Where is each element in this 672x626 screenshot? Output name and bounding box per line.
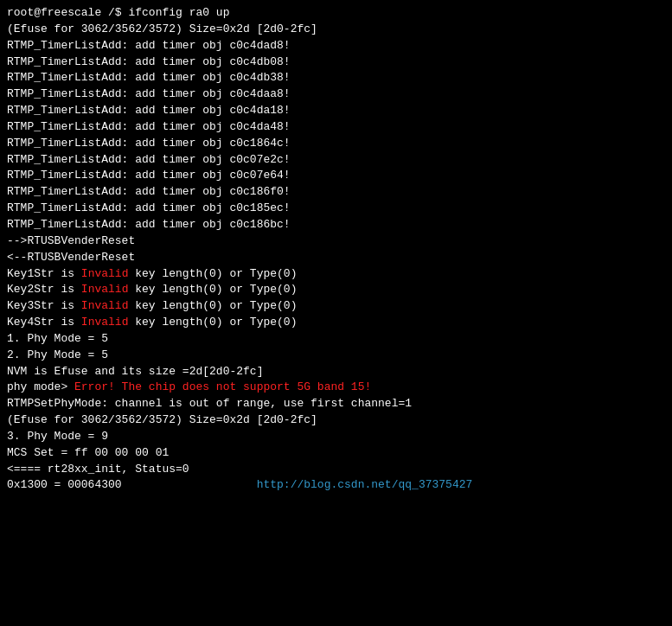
terminal-line: Key1Str is Invalid key length(0) or Type… (7, 266, 665, 283)
terminal-text: RTMP_TimerListAdd: add timer obj c0c07e6… (7, 169, 291, 182)
terminal-text: RTMP_TimerListAdd: add timer obj c0c4da4… (7, 120, 291, 133)
terminal-line: 2. Phy Mode = 5 (7, 348, 665, 364)
terminal-text: Key4Str is (7, 316, 81, 329)
terminal-line: (Efuse for 3062/3562/3572) Size=0x2d [2d… (7, 412, 665, 429)
terminal-line: MCS Set = ff 00 00 00 01 (7, 445, 665, 462)
terminal-text: Invalid (81, 299, 129, 312)
terminal-text: RTMPSetPhyMode: channel is out of range,… (7, 397, 412, 410)
terminal-text: RTMP_TimerListAdd: add timer obj c0c4daa… (7, 87, 291, 100)
terminal-line: (Efuse for 3062/3562/3572) Size=0x2d [2d… (7, 22, 665, 38)
terminal-line: NVM is Efuse and its size =2d[2d0-2fc] (7, 364, 665, 380)
terminal-line: RTMP_TimerListAdd: add timer obj c0c185e… (7, 201, 665, 217)
terminal-text: phy mode> (7, 380, 74, 393)
terminal-text: <==== rt28xx_init, Status=0 (7, 463, 189, 476)
terminal-line: 0x1300 = 00064300 http://blog.csdn.net/q… (7, 477, 665, 494)
terminal-text: Invalid (81, 283, 129, 296)
terminal-text: (Efuse for 3062/3562/3572) Size=0x2d [2d… (7, 413, 317, 426)
terminal-line: RTMP_TimerListAdd: add timer obj c0c4dad… (7, 38, 665, 54)
terminal-text: -->RTUSBVenderReset (7, 234, 135, 247)
terminal-text: Key1Str is (7, 267, 81, 280)
terminal-text: 2. Phy Mode = 5 (7, 348, 108, 361)
terminal-line: RTMP_TimerListAdd: add timer obj c0c4da1… (7, 103, 665, 119)
terminal-text: key length(0) or Type(0) (128, 283, 297, 296)
terminal-line: <==== rt28xx_init, Status=0 (7, 462, 665, 478)
terminal-text: http://blog.csdn.net/qq_37375427 (122, 478, 473, 491)
terminal-text: Error! The chip does not support 5G band… (74, 380, 371, 393)
terminal-line: 3. Phy Mode = 9 (7, 429, 665, 445)
terminal-line: RTMP_TimerListAdd: add timer obj c0c4da4… (7, 119, 665, 136)
terminal-text: RTMP_TimerListAdd: add timer obj c0c4dad… (7, 39, 291, 52)
terminal-line: phy mode> Error! The chip does not suppo… (7, 380, 665, 396)
terminal-line: Key3Str is Invalid key length(0) or Type… (7, 298, 665, 315)
terminal-line: 1. Phy Mode = 5 (7, 331, 665, 348)
terminal-text: <--RTUSBVenderReset (7, 251, 135, 264)
terminal-output: root@freescale /$ ifconfig ra0 up(Efuse … (7, 5, 665, 494)
terminal-line: -->RTUSBVenderReset (7, 233, 665, 250)
terminal-line: <--RTUSBVenderReset (7, 250, 665, 266)
terminal-text: Key2Str is (7, 283, 81, 296)
terminal-text: 3. Phy Mode = 9 (7, 430, 108, 443)
terminal-text: RTMP_TimerListAdd: add timer obj c0c07e2… (7, 153, 291, 166)
terminal-window: root@freescale /$ ifconfig ra0 up(Efuse … (0, 0, 672, 626)
terminal-line: RTMP_TimerListAdd: add timer obj c0c186f… (7, 184, 665, 201)
terminal-text: root@freescale /$ ifconfig ra0 up (7, 6, 229, 19)
terminal-line: RTMPSetPhyMode: channel is out of range,… (7, 396, 665, 412)
terminal-text: RTMP_TimerListAdd: add timer obj c0c4db0… (7, 55, 291, 68)
terminal-text: 1. Phy Mode = 5 (7, 332, 108, 345)
terminal-text: Key3Str is (7, 299, 81, 312)
terminal-text: RTMP_TimerListAdd: add timer obj c0c185e… (7, 201, 291, 214)
terminal-text: Invalid (81, 267, 129, 280)
terminal-line: RTMP_TimerListAdd: add timer obj c0c4db3… (7, 70, 665, 86)
terminal-text: Invalid (81, 316, 129, 329)
terminal-text: key length(0) or Type(0) (128, 316, 297, 329)
terminal-text: (Efuse for 3062/3562/3572) Size=0x2d [2d… (7, 22, 317, 35)
terminal-line: RTMP_TimerListAdd: add timer obj c0c4db0… (7, 54, 665, 71)
terminal-text: RTMP_TimerListAdd: add timer obj c0c4da1… (7, 104, 291, 117)
terminal-text: NVM is Efuse and its size =2d[2d0-2fc] (7, 365, 263, 378)
terminal-text: MCS Set = ff 00 00 00 01 (7, 446, 169, 459)
terminal-text: key length(0) or Type(0) (128, 299, 297, 312)
terminal-text: RTMP_TimerListAdd: add timer obj c0c1864… (7, 137, 291, 150)
terminal-line: root@freescale /$ ifconfig ra0 up (7, 5, 665, 22)
terminal-text: RTMP_TimerListAdd: add timer obj c0c186b… (7, 218, 291, 231)
terminal-line: RTMP_TimerListAdd: add timer obj c0c186b… (7, 217, 665, 233)
terminal-line: Key4Str is Invalid key length(0) or Type… (7, 315, 665, 331)
terminal-line: Key2Str is Invalid key length(0) or Type… (7, 282, 665, 298)
terminal-line: RTMP_TimerListAdd: add timer obj c0c07e2… (7, 152, 665, 169)
terminal-line: RTMP_TimerListAdd: add timer obj c0c4daa… (7, 86, 665, 103)
terminal-text: RTMP_TimerListAdd: add timer obj c0c4db3… (7, 71, 291, 84)
terminal-line: RTMP_TimerListAdd: add timer obj c0c07e6… (7, 168, 665, 184)
terminal-text: key length(0) or Type(0) (128, 267, 297, 280)
terminal-text: 0x1300 = 00064300 (7, 478, 122, 491)
terminal-line: RTMP_TimerListAdd: add timer obj c0c1864… (7, 136, 665, 152)
terminal-text: RTMP_TimerListAdd: add timer obj c0c186f… (7, 185, 291, 198)
